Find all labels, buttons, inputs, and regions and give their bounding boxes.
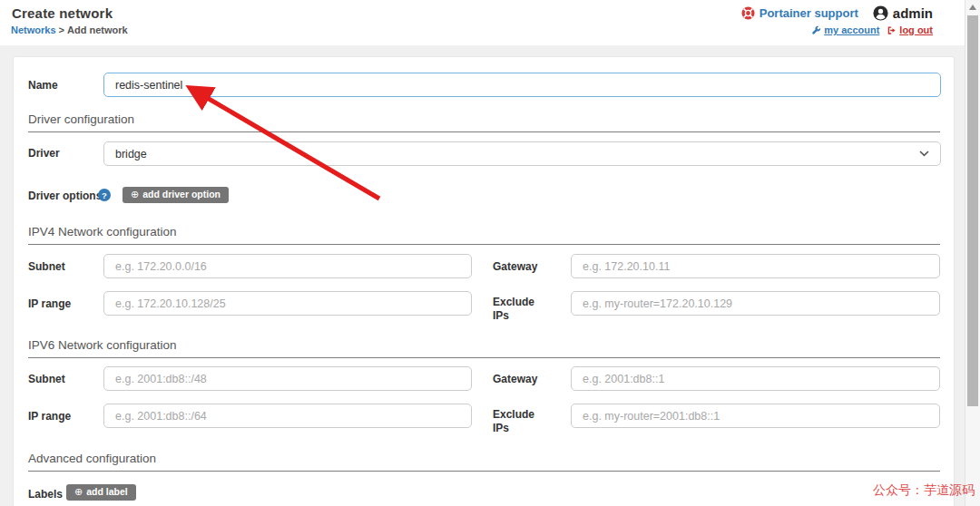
ipv6-exclude-ips-label: Exclude IPs bbox=[493, 408, 543, 435]
driver-select[interactable]: bridge bbox=[103, 141, 941, 166]
ipv6-subnet-label: Subnet bbox=[28, 373, 65, 385]
ipv6-subnet-input[interactable] bbox=[103, 366, 472, 391]
driver-selected-value: bridge bbox=[115, 148, 147, 161]
name-label: Name bbox=[28, 79, 58, 92]
wrench-icon bbox=[811, 25, 821, 35]
sign-out-icon bbox=[887, 25, 897, 35]
ipv4-subnet-label: Subnet bbox=[28, 260, 65, 273]
username: admin bbox=[893, 5, 933, 21]
plus-circle-icon: ⊕ bbox=[131, 190, 139, 199]
page-title: Create network bbox=[12, 5, 113, 21]
plus-circle-icon: ⊕ bbox=[74, 487, 83, 497]
ipv4-gateway-label: Gateway bbox=[493, 260, 537, 273]
breadcrumb-separator: > bbox=[59, 24, 64, 35]
ipv6-gateway-input[interactable] bbox=[571, 366, 940, 391]
breadcrumb: Networks>Add network bbox=[11, 24, 128, 35]
advanced-section-title: Advanced configuration bbox=[28, 452, 940, 472]
ipv6-ip-range-label: IP range bbox=[28, 410, 71, 423]
scrollbar-up-arrow-icon[interactable] bbox=[969, 5, 976, 10]
ipv6-exclude-ips-input[interactable] bbox=[571, 404, 940, 428]
chevron-down-icon bbox=[919, 151, 929, 157]
ipv4-section-title: IPV4 Network configuration bbox=[28, 225, 940, 245]
ipv6-section-title: IPV6 Network configuration bbox=[28, 338, 940, 358]
log-out-link[interactable]: log out bbox=[887, 24, 933, 35]
vertical-scrollbar[interactable] bbox=[965, 0, 980, 506]
scrollbar-thumb[interactable] bbox=[967, 15, 978, 406]
name-input[interactable] bbox=[103, 73, 941, 97]
labels-label: Labels bbox=[28, 488, 63, 501]
driver-section-title: Driver configuration bbox=[28, 112, 940, 132]
watermark: 公众号：芋道源码 bbox=[873, 482, 975, 499]
user-menu[interactable]: admin bbox=[873, 5, 933, 21]
portainer-create-network-page: Create network Networks>Add network Port… bbox=[0, 0, 980, 506]
add-label-button[interactable]: ⊕ add label bbox=[66, 484, 136, 501]
driver-label: Driver bbox=[28, 147, 60, 160]
ipv4-exclude-ips-label: Exclude IPs bbox=[493, 296, 543, 323]
my-account-link[interactable]: my account bbox=[811, 24, 879, 35]
ipv4-ip-range-input[interactable] bbox=[103, 291, 472, 316]
ipv4-gateway-input[interactable] bbox=[571, 254, 940, 278]
user-circle-icon bbox=[873, 5, 888, 21]
ipv4-exclude-ips-input[interactable] bbox=[571, 291, 940, 316]
ipv4-subnet-input[interactable] bbox=[103, 254, 472, 278]
portainer-support-link[interactable]: Portainer support bbox=[741, 6, 858, 20]
ipv6-ip-range-input[interactable] bbox=[103, 404, 472, 428]
page-header: Create network Networks>Add network Port… bbox=[0, 0, 965, 45]
ipv6-gateway-label: Gateway bbox=[493, 373, 537, 385]
driver-options-label: Driver options bbox=[28, 190, 102, 202]
add-driver-option-button[interactable]: ⊕ add driver option bbox=[122, 187, 229, 203]
create-network-form-panel: Name Driver configuration Driver bridge … bbox=[13, 56, 955, 506]
breadcrumb-networks-link[interactable]: Networks bbox=[11, 24, 56, 35]
life-ring-icon bbox=[741, 6, 755, 20]
help-icon[interactable]: ? bbox=[98, 189, 111, 201]
ipv4-ip-range-label: IP range bbox=[28, 297, 71, 310]
breadcrumb-current: Add network bbox=[67, 24, 128, 35]
